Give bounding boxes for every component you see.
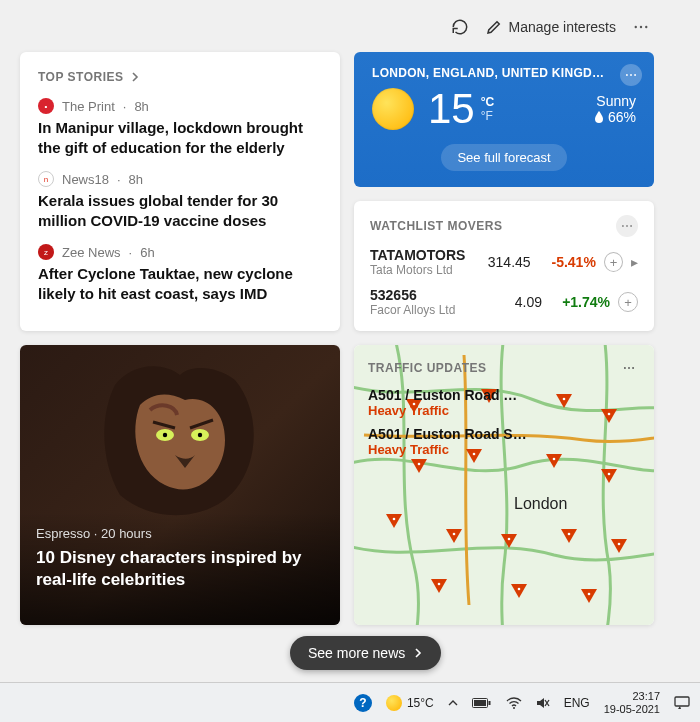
stock-change: -5.41% — [539, 254, 596, 270]
story-item[interactable]: n News18 · 8h Kerala issues global tende… — [38, 171, 322, 230]
unit-f[interactable]: °F — [481, 109, 494, 123]
traffic-item[interactable]: A501 / Euston Road S… Heavy Traffic — [368, 426, 640, 457]
stock-change: +1.74% — [550, 294, 610, 310]
story-source: The Print — [62, 99, 115, 114]
see-more-label: See more news — [308, 645, 405, 661]
svg-point-36 — [513, 707, 515, 709]
volume-mute-icon[interactable] — [536, 696, 550, 710]
feature-story-card[interactable]: Espresso · 20 hours 10 Disney characters… — [20, 345, 340, 625]
taskbar-temp: 15°C — [407, 696, 434, 710]
story-age: 6h — [140, 245, 154, 260]
watchlist-card: WATCHLIST MOVERS TATAMOTORS Tata Motors … — [354, 201, 654, 331]
weather-card[interactable]: LONDON, ENGLAND, UNITED KINGD… 15 °C °F … — [354, 52, 654, 187]
taskbar-date: 19-05-2021 — [604, 703, 660, 715]
traffic-card[interactable]: TRAFFIC UPDATES A501 / Euston Road … Hea… — [354, 345, 654, 625]
manage-interests-button[interactable]: Manage interests — [485, 18, 616, 36]
svg-point-7 — [626, 225, 628, 227]
svg-point-32 — [632, 367, 634, 369]
source-icon: z — [38, 244, 54, 260]
weather-humidity: 66% — [608, 109, 636, 125]
more-icon — [622, 361, 636, 375]
refresh-button[interactable] — [451, 18, 469, 36]
traffic-status: Heavy Traffic — [368, 403, 640, 418]
see-more-news-button[interactable]: See more news — [290, 636, 441, 670]
top-stories-title: TOP STORIES — [38, 70, 124, 84]
tray-chevron-up-icon[interactable] — [448, 696, 458, 710]
svg-point-21 — [608, 473, 611, 476]
stock-name: Facor Alloys Ltd — [370, 303, 474, 317]
story-age: 8h — [134, 99, 148, 114]
traffic-road: A501 / Euston Road … — [368, 387, 640, 403]
droplet-icon — [594, 111, 604, 123]
svg-point-31 — [628, 367, 630, 369]
stock-price: 314.45 — [473, 254, 530, 270]
svg-point-3 — [626, 74, 628, 76]
story-headline: Kerala issues global tender for 30 milli… — [38, 191, 322, 230]
top-stories-header[interactable]: TOP STORIES — [38, 70, 322, 84]
taskbar-time: 23:17 — [604, 690, 660, 702]
refresh-icon — [451, 18, 469, 36]
taskbar-help-icon[interactable]: ? — [354, 694, 372, 712]
story-item[interactable]: • The Print · 8h In Manipur village, loc… — [38, 98, 322, 157]
battery-icon[interactable] — [472, 697, 492, 709]
action-center-icon[interactable] — [674, 696, 690, 710]
svg-rect-37 — [675, 697, 689, 706]
story-headline: In Manipur village, lockdown brought the… — [38, 118, 322, 157]
source-icon: • — [38, 98, 54, 114]
map-city-label: London — [514, 495, 567, 513]
sun-icon — [386, 695, 402, 711]
stock-name: Tata Motors Ltd — [370, 263, 465, 277]
stock-next-button[interactable]: ▸ — [631, 254, 638, 270]
svg-rect-34 — [474, 700, 486, 706]
widgets-toolbar: Manage interests — [20, 12, 654, 38]
svg-point-23 — [453, 533, 456, 536]
feature-age: 20 hours — [101, 526, 152, 541]
svg-point-30 — [624, 367, 626, 369]
weather-temp: 15 — [428, 88, 475, 130]
weather-condition: Sunny — [594, 93, 636, 109]
wifi-icon[interactable] — [506, 697, 522, 709]
add-stock-button[interactable]: + — [618, 292, 638, 312]
unit-c[interactable]: °C — [481, 95, 494, 109]
stock-row[interactable]: 532656 Facor Alloys Ltd 4.09 +1.74% + — [370, 287, 638, 317]
svg-point-12 — [198, 433, 202, 437]
stock-row[interactable]: TATAMOTORS Tata Motors Ltd 314.45 -5.41%… — [370, 247, 638, 277]
svg-point-6 — [622, 225, 624, 227]
chevron-right-icon — [413, 648, 423, 658]
watchlist-title: WATCHLIST MOVERS — [370, 219, 502, 233]
chevron-right-icon — [130, 72, 140, 82]
svg-point-22 — [393, 518, 396, 521]
svg-point-11 — [163, 433, 167, 437]
toolbar-more-button[interactable] — [632, 18, 650, 36]
feature-source: Espresso — [36, 526, 90, 541]
svg-point-1 — [640, 26, 642, 28]
sun-icon — [372, 88, 414, 130]
svg-point-28 — [518, 588, 521, 591]
taskbar-language[interactable]: ENG — [564, 696, 590, 710]
taskbar-clock[interactable]: 23:17 19-05-2021 — [604, 690, 660, 714]
stock-price: 4.09 — [482, 294, 542, 310]
see-full-forecast-button[interactable]: See full forecast — [441, 144, 566, 171]
story-age: 8h — [129, 172, 143, 187]
stock-symbol: TATAMOTORS — [370, 247, 465, 263]
svg-point-26 — [618, 543, 621, 546]
svg-point-8 — [630, 225, 632, 227]
traffic-item[interactable]: A501 / Euston Road … Heavy Traffic — [368, 387, 640, 418]
traffic-more-button[interactable] — [618, 357, 640, 379]
stock-symbol: 532656 — [370, 287, 474, 303]
weather-more-button[interactable] — [620, 64, 642, 86]
traffic-road: A501 / Euston Road S… — [368, 426, 640, 442]
svg-point-27 — [438, 583, 441, 586]
add-stock-button[interactable]: + — [604, 252, 623, 272]
story-item[interactable]: z Zee News · 6h After Cyclone Tauktae, n… — [38, 244, 322, 303]
svg-point-0 — [635, 26, 637, 28]
svg-rect-35 — [488, 701, 490, 705]
manage-interests-label: Manage interests — [509, 19, 616, 35]
more-icon — [632, 18, 650, 36]
lion-illustration — [95, 360, 265, 520]
taskbar: ? 15°C ENG 23:17 19-05-2021 — [0, 682, 700, 722]
watchlist-more-button[interactable] — [616, 215, 638, 237]
traffic-status: Heavy Traffic — [368, 442, 640, 457]
story-source: Zee News — [62, 245, 121, 260]
taskbar-weather[interactable]: 15°C — [386, 695, 434, 711]
